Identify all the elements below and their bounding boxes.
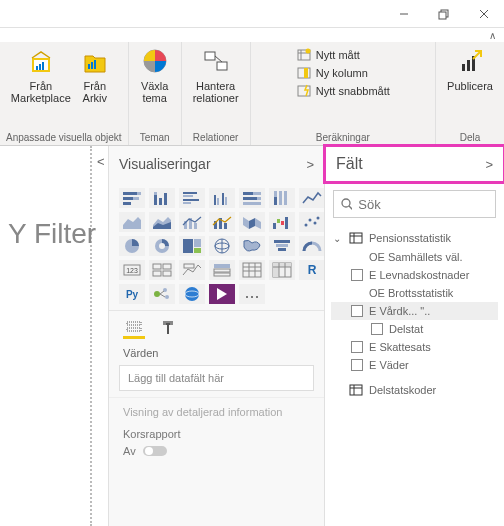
checkbox-icon[interactable] [351,341,363,353]
svg-rect-29 [137,192,141,195]
visualizations-header: Visualiseringar [119,156,211,172]
svg-text:R: R [308,263,317,277]
svg-rect-11 [91,62,93,69]
svg-rect-90 [153,271,161,276]
svg-rect-43 [222,193,224,205]
checkbox-icon[interactable] [351,269,363,281]
ribbon-nytt-matt-button[interactable]: Nytt mått [296,48,360,62]
checkbox-icon[interactable] [351,359,363,371]
window-close-button[interactable] [464,1,504,27]
vis-stacked-bar[interactable] [119,188,145,208]
svg-rect-89 [163,264,171,269]
panel-collapse-left-icon[interactable]: < [97,154,105,169]
vis-key-influencers[interactable] [149,284,175,304]
ribbon: Från Marketplace Från Arkiv Anpassade vi… [0,42,504,146]
vis-multi-card[interactable] [149,260,175,280]
chevron-right-icon: > [485,157,493,172]
ribbon-collapse-icon[interactable]: ∧ [489,30,496,41]
svg-rect-103 [273,263,291,267]
vis-combo2[interactable] [209,212,235,232]
format-tab[interactable] [157,317,179,339]
svg-rect-69 [285,217,288,229]
vis-map[interactable] [209,236,235,256]
field-samhallets[interactable]: OE Samhällets väl. [331,248,498,266]
ribbon-marketplace-button[interactable]: Från Marketplace [13,46,69,104]
vis-waterfall[interactable] [269,212,295,232]
field-levnadskostnader[interactable]: E Levnadskostnader [331,266,498,284]
field-vader[interactable]: E Väder [331,356,498,374]
vis-clustered-bar[interactable] [179,188,205,208]
window-restore-button[interactable] [424,1,464,27]
values-dropzone[interactable]: Lägg till datafält här [119,365,314,391]
vis-filled-map[interactable] [239,236,265,256]
ribbon-relationer-button[interactable]: Hantera relationer [188,46,244,104]
svg-marker-63 [243,217,249,229]
vis-stacked-column[interactable] [149,188,175,208]
vis-kpi[interactable] [179,260,205,280]
field-brottsstatistik[interactable]: OE Brottsstatistik [331,284,498,302]
ribbon-arkiv-label: Från Arkiv [83,80,107,104]
vis-stacked-area[interactable] [149,212,175,232]
svg-rect-38 [183,195,193,197]
fields-panel-header[interactable]: Fält > [323,144,504,184]
vis-py[interactable]: Py [119,284,145,304]
vis-powerapps[interactable] [209,284,235,304]
chevron-right-icon[interactable]: > [306,157,314,172]
table-label: Pensionsstatistik [369,232,451,244]
vis-import[interactable] [239,284,265,304]
svg-rect-9 [42,62,44,70]
ribbon-arkiv-button[interactable]: Från Arkiv [75,46,115,104]
field-skattesats[interactable]: E Skattesats [331,338,498,356]
svg-rect-24 [462,64,465,71]
vis-slicer[interactable] [209,260,235,280]
vis-gauge[interactable] [299,236,325,256]
table-delstatskoder[interactable]: Delstatskoder [331,380,498,400]
svg-rect-31 [133,197,139,200]
ribbon-tema-label: Växla tema [141,80,169,104]
svg-rect-36 [164,193,167,205]
svg-rect-94 [214,269,230,272]
field-delstat[interactable]: Delstat [331,320,498,338]
checkbox-icon[interactable] [351,305,363,317]
vis-combo1[interactable] [179,212,205,232]
vis-table[interactable] [239,260,265,280]
vis-ribbon[interactable] [239,212,265,232]
ribbon-ny-kolumn-button[interactable]: Ny kolumn [296,66,368,80]
svg-rect-59 [194,223,197,229]
ribbon-publicera-label: Publicera [447,80,493,92]
checkbox-icon[interactable] [371,323,383,335]
vis-scatter[interactable] [299,212,325,232]
svg-rect-48 [243,197,257,200]
vis-line[interactable] [299,188,325,208]
vis-area[interactable] [119,212,145,232]
crossreport-toggle[interactable] [142,444,168,458]
svg-rect-52 [279,191,282,205]
svg-rect-41 [214,195,216,205]
vis-r[interactable]: R [299,260,325,280]
table-pensionsstatistik[interactable]: ⌄ Pensionsstatistik [331,228,498,248]
window-minimize-button[interactable] [384,1,424,27]
fields-tab[interactable] [123,317,145,339]
vis-100-column[interactable] [269,188,295,208]
fields-search[interactable] [333,190,496,218]
fields-header-label: Fält [336,155,363,173]
fields-search-input[interactable] [358,197,489,212]
vis-100-bar[interactable] [239,188,265,208]
vis-pie[interactable] [119,236,145,256]
ribbon-tema-button[interactable]: Växla tema [135,46,175,104]
vis-clustered-column[interactable] [209,188,235,208]
vis-arcgis[interactable] [179,284,205,304]
vis-donut[interactable] [149,236,175,256]
ribbon-nytt-snabbmatt-button[interactable]: Nytt snabbmått [296,84,390,98]
svg-point-124 [145,447,153,455]
vis-matrix[interactable] [269,260,295,280]
vis-funnel[interactable] [269,236,295,256]
ribbon-publicera-button[interactable]: Publicera [442,46,498,92]
vis-card[interactable]: 123 [119,260,145,280]
vis-treemap[interactable] [179,236,205,256]
report-canvas[interactable]: Y Filter [0,146,108,526]
field-vardk[interactable]: E Vårdk... ".. [331,302,498,320]
field-label: OE Samhällets väl. [369,251,463,263]
table-label: Delstatskoder [369,384,436,396]
svg-rect-130 [350,385,362,395]
